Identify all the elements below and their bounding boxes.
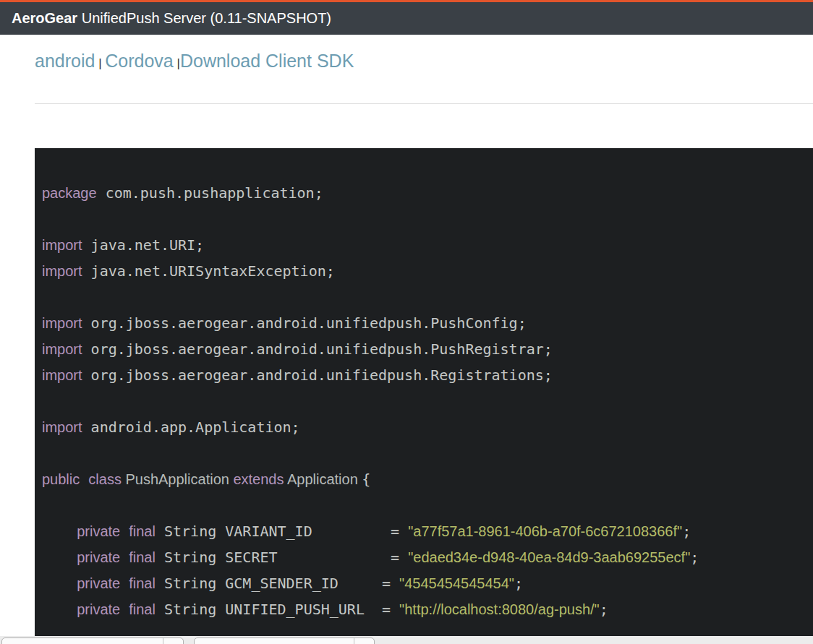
code-text: { <box>362 471 370 488</box>
code-text: org.jboss.aerogear.android.unifiedpush.P… <box>82 314 527 332</box>
code-text: org.jboss.aerogear.android.unifiedpush.P… <box>82 340 553 358</box>
code-text: android.app.Application; <box>82 418 300 436</box>
code-keyword: private <box>77 601 120 617</box>
nav-link-download-client-sdk[interactable]: Download Client SDK <box>180 51 354 71</box>
code-keyword: class <box>88 471 122 487</box>
code-keyword: import <box>42 367 82 383</box>
app-brand: AeroGear <box>12 10 77 26</box>
code-string: "4545454545454" <box>399 575 514 591</box>
code-keyword: package <box>42 185 97 201</box>
code-text: org.jboss.aerogear.android.unifiedpush.R… <box>82 366 553 384</box>
code-text: String VARIANT_ID = <box>156 523 408 540</box>
code-text <box>120 575 129 592</box>
code-keyword: import <box>42 419 82 435</box>
code-keyword: final <box>129 601 156 617</box>
code-line: private final String VARIANT_ID = "a77f5… <box>42 518 806 544</box>
code-text <box>120 601 129 618</box>
nav-link-cordova[interactable]: Cordova <box>105 51 174 71</box>
nav-link-android[interactable]: android <box>35 51 95 71</box>
code-keyword: final <box>129 575 156 591</box>
divider <box>35 103 813 104</box>
code-line: public class PushApplication extends App… <box>42 466 806 492</box>
code-block: package com.push.pushapplication; import… <box>35 148 813 636</box>
code-text <box>42 523 77 540</box>
dropdown-arrow-section[interactable] <box>163 638 183 644</box>
bottom-dropdown-2[interactable] <box>194 637 375 644</box>
code-text: java.net.URI; <box>82 236 205 254</box>
code-text: com.push.pushapplication; <box>97 184 323 202</box>
code-text: ; <box>690 549 699 566</box>
code-keyword: import <box>42 341 82 357</box>
code-string: "edaed34e-d948-40ea-84d9-3aab69255ecf" <box>408 549 690 565</box>
code-keyword: final <box>129 549 156 565</box>
code-text: java.net.URISyntaxException; <box>82 262 335 280</box>
code-line <box>42 388 806 414</box>
app-header: AeroGear UnifiedPush Server (0.11-SNAPSH… <box>0 0 813 35</box>
code-line: import org.jboss.aerogear.android.unifie… <box>42 336 806 362</box>
code-line: import org.jboss.aerogear.android.unifie… <box>42 362 806 388</box>
code-keyword: import <box>42 237 82 253</box>
code-line: import java.net.URISyntaxException; <box>42 258 806 284</box>
code-line: import java.net.URI; <box>42 232 806 258</box>
code-line: import org.jboss.aerogear.android.unifie… <box>42 310 806 336</box>
code-line: import android.app.Application; <box>42 414 806 440</box>
bottom-dropdown-1[interactable] <box>1 637 184 644</box>
code-type: PushApplication <box>122 471 234 487</box>
code-text: ; <box>682 523 691 540</box>
code-line <box>42 440 806 466</box>
code-text: ; <box>600 601 608 618</box>
code-type: Application <box>284 471 362 487</box>
code-line: private final String SECRET = "edaed34e-… <box>42 544 806 570</box>
nav-separator: | <box>95 56 105 70</box>
code-text <box>120 523 129 540</box>
code-keyword: import <box>42 263 82 279</box>
code-line: package com.push.pushapplication; <box>42 180 806 206</box>
code-keyword: public <box>42 471 80 487</box>
code-text <box>80 471 88 488</box>
code-text: String SECRET = <box>156 549 408 566</box>
code-keyword: private <box>77 549 120 565</box>
code-keyword: import <box>42 315 82 331</box>
code-keyword: extends <box>233 471 284 487</box>
code-string: "http://localhost:8080/ag-push/" <box>399 601 600 617</box>
code-line: private final String GCM_SENDER_ID = "45… <box>42 570 806 596</box>
code-keyword: private <box>77 575 120 591</box>
app-title-rest: UnifiedPush Server (0.11-SNAPSHOT) <box>77 10 331 26</box>
code-text: String UNIFIED_PUSH_URL = <box>156 601 399 618</box>
code-text: String GCM_SENDER_ID = <box>156 575 399 592</box>
code-line <box>42 492 806 518</box>
code-keyword: private <box>77 523 120 539</box>
nav-separator: | <box>174 56 180 70</box>
code-text <box>42 549 77 566</box>
code-keyword: final <box>129 523 156 539</box>
code-text <box>42 601 77 618</box>
code-string: "a77f57a1-8961-406b-a70f-6c672108366f" <box>408 523 682 539</box>
code-line <box>42 206 806 232</box>
dropdown-arrow-section[interactable] <box>354 638 374 644</box>
code-text <box>42 575 77 592</box>
page-title: AeroGear UnifiedPush Server (0.11-SNAPSH… <box>12 10 331 26</box>
bottom-bar <box>0 636 813 644</box>
code-line: private final String UNIFIED_PUSH_URL = … <box>42 596 806 622</box>
code-line <box>42 284 806 310</box>
client-sdk-nav: android | Cordova |Download Client SDK <box>35 51 813 72</box>
code-text: ; <box>514 575 523 592</box>
code-text <box>120 549 129 566</box>
